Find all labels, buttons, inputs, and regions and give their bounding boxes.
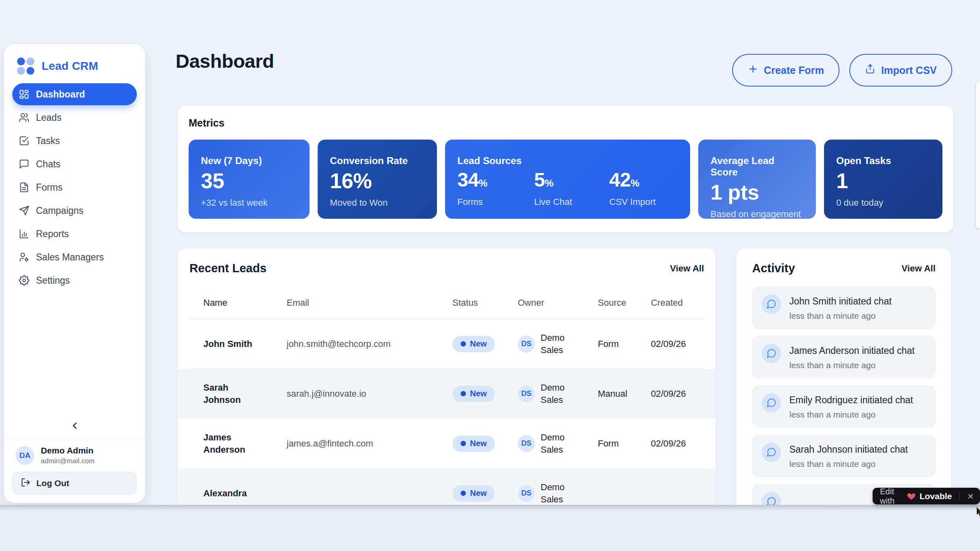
sidebar-item-campaigns[interactable]: Campaigns <box>12 200 137 222</box>
column-header-email: Email <box>287 298 452 319</box>
heart-icon <box>907 492 916 501</box>
activity-timestamp: less than a minute ago <box>789 410 913 420</box>
lead-source: Manual <box>598 389 651 399</box>
table-header-row: Name Email Status Owner Source Created <box>189 275 704 319</box>
sidebar-item-sales-managers[interactable]: Sales Managers <box>12 246 137 268</box>
sidebar-item-leads[interactable]: Leads <box>12 107 137 129</box>
sidebar: Lead CRM Dashboard Leads Tasks Chats <box>4 44 145 503</box>
metric-label: Lead Sources <box>457 155 678 167</box>
metrics-title: Metrics <box>189 117 942 129</box>
page: Lead CRM Dashboard Leads Tasks Chats <box>0 0 980 551</box>
column-header-name: Name <box>189 298 287 319</box>
user-info: Demo Admin admin@mail.com <box>41 446 95 465</box>
activity-panel: Activity View All John Smith initiated c… <box>736 248 951 505</box>
page-title: Dashboard <box>176 50 274 72</box>
sidebar-item-settings[interactable]: Settings <box>12 269 137 291</box>
sidebar-collapse-button[interactable] <box>12 417 137 435</box>
lead-email: james.a@fintech.com <box>287 438 452 449</box>
lead-source-live-chat: 5% Live Chat <box>534 169 609 207</box>
column-header-status: Status <box>452 298 518 319</box>
sidebar-item-forms[interactable]: Forms <box>12 176 137 198</box>
user-gear-icon <box>19 252 29 262</box>
metric-new-7-days: New (7 Days) 35 +32 vs last week <box>189 140 310 219</box>
lead-source: Form <box>598 339 651 349</box>
task-check-icon <box>19 136 29 146</box>
lead-email: sarah.j@innovate.io <box>287 389 452 399</box>
stat-value: 34 <box>457 169 479 191</box>
metric-value: 35 <box>201 169 297 193</box>
stat-value: 42 <box>609 169 630 191</box>
close-icon[interactable] <box>967 493 974 500</box>
user-name: Demo Admin <box>41 446 95 455</box>
nav-label: Reports <box>36 229 69 240</box>
status-dot-icon <box>461 441 466 446</box>
sidebar-spacer <box>12 291 137 417</box>
nav-label: Leads <box>36 112 62 123</box>
recent-leads-view-all-link[interactable]: View All <box>670 263 704 274</box>
owner-name: Demo Sales <box>541 481 570 505</box>
list-item[interactable]: Emily Rodriguez initiated chatless than … <box>752 385 935 428</box>
upload-icon <box>865 64 875 77</box>
owner-name: Demo Sales <box>541 382 570 406</box>
nav-label: Tasks <box>36 136 60 147</box>
avatar: DA <box>16 446 34 465</box>
sidebar-item-dashboard[interactable]: Dashboard <box>12 83 137 105</box>
scrollbar-thumb[interactable] <box>976 82 980 229</box>
stat-label: CSV Import <box>609 197 678 207</box>
logout-button[interactable]: Log Out <box>12 472 137 495</box>
import-csv-button[interactable]: Import CSV <box>849 54 952 87</box>
status-badge: New <box>452 435 495 452</box>
table-row[interactable]: John Smith john.smith@techcorp.com New D… <box>189 319 704 369</box>
sidebar-item-reports[interactable]: Reports <box>12 223 137 245</box>
logo-mark-icon <box>17 58 34 75</box>
activity-text: Emily Rodriguez initiated chat <box>789 394 913 406</box>
metric-value: 1 <box>836 169 930 193</box>
badge-divider <box>960 492 960 501</box>
list-item[interactable]: James Anderson initiated chatless than a… <box>752 336 935 378</box>
import-csv-label: Import CSV <box>881 64 937 76</box>
lead-source-stats: 34% Forms 5% Live Chat 42% CSV Import <box>457 169 678 207</box>
activity-view-all-link[interactable]: View All <box>902 263 935 274</box>
sidebar-nav: Dashboard Leads Tasks Chats Forms <box>12 83 137 291</box>
app-logo: Lead CRM <box>12 54 137 77</box>
list-item[interactable]: Sarah Johnson initiated chatless than a … <box>752 435 935 477</box>
logout-label: Log Out <box>36 478 69 488</box>
lovable-badge-prefix: Edit with <box>880 487 903 506</box>
lovable-badge-brand: Lovable <box>920 491 952 501</box>
lead-created: 02/09/26 <box>651 389 705 399</box>
app-viewport: Lead CRM Dashboard Leads Tasks Chats <box>0 0 980 505</box>
metric-label: Average Lead Score <box>710 155 804 178</box>
status-dot-icon <box>461 491 466 496</box>
main-content: Dashboard Create Form Import CSV Metrics… <box>176 44 952 505</box>
metric-subtext: Based on engagement <box>710 209 804 220</box>
table-row[interactable]: Alexandra New DSDemo Sales <box>178 469 715 505</box>
metric-subtext: Moved to Won <box>330 198 425 208</box>
stat-unit: % <box>630 178 639 189</box>
activity-timestamp: less than a minute ago <box>789 459 908 469</box>
activity-timestamp: less than a minute ago <box>789 360 915 370</box>
table-row[interactable]: James Anderson james.a@fintech.com New D… <box>189 419 704 469</box>
dashboard-grid-icon <box>19 89 29 100</box>
stat-unit: % <box>479 178 487 189</box>
owner-avatar: DS <box>518 335 535 353</box>
metric-lead-sources: Lead Sources 34% Forms 5% Live Chat <box>445 140 690 219</box>
document-icon <box>19 182 29 193</box>
user-profile[interactable]: DA Demo Admin admin@mail.com <box>12 438 137 472</box>
sidebar-item-tasks[interactable]: Tasks <box>12 130 137 152</box>
status-badge: New <box>452 386 495 402</box>
chat-circle-icon <box>762 492 781 505</box>
owner-name: Demo Sales <box>541 332 570 356</box>
lovable-badge[interactable]: Edit with Lovable <box>873 488 980 504</box>
metric-label: Conversion Rate <box>330 155 425 167</box>
create-form-button[interactable]: Create Form <box>732 54 840 87</box>
list-item[interactable]: John Smith initiated chatless than a min… <box>752 287 935 329</box>
sidebar-item-chats[interactable]: Chats <box>12 153 137 175</box>
nav-label: Campaigns <box>36 205 83 216</box>
table-row[interactable]: Sarah Johnson sarah.j@innovate.io New DS… <box>178 369 715 419</box>
activity-header: Activity View All <box>752 262 935 275</box>
metric-label: Open Tasks <box>836 155 930 167</box>
plus-icon <box>748 64 758 77</box>
owner-name: Demo Sales <box>541 431 570 456</box>
metric-value: 16% <box>330 169 425 193</box>
lead-created: 02/09/26 <box>651 339 705 349</box>
